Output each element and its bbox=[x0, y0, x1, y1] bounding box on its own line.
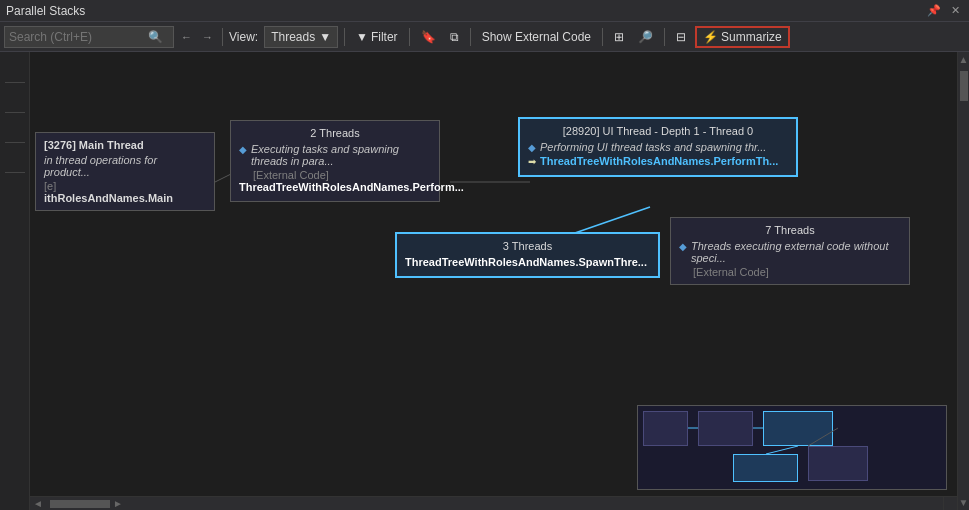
icon-btn-3[interactable]: ⊟ bbox=[671, 26, 691, 48]
view-value: Threads bbox=[271, 30, 315, 44]
right-scrollbar[interactable]: ▲ ▼ bbox=[957, 52, 969, 510]
two-threads-entry-3: ThreadTreeWithRolesAndNames.Perform... bbox=[239, 181, 431, 193]
search-icon[interactable]: 🔍 bbox=[145, 30, 166, 44]
arrow-icon: ➡ bbox=[528, 156, 536, 167]
ui-thread-entry-1: ◆ Performing UI thread tasks and spawnin… bbox=[528, 141, 788, 153]
separator-6 bbox=[664, 28, 665, 46]
main-thread-external: [e] bbox=[44, 180, 206, 192]
main-thread-node[interactable]: [3276] Main Thread in thread operations … bbox=[35, 132, 215, 211]
pin-button[interactable]: 📌 bbox=[924, 3, 944, 18]
seven-threads-text-1: Threads executing external code without … bbox=[691, 240, 901, 264]
show-external-code-button[interactable]: Show External Code bbox=[477, 26, 596, 48]
summarize-icon: ⚡ bbox=[703, 30, 718, 44]
chevron-down-icon: ▼ bbox=[319, 30, 331, 44]
main-thread-name: [3276] Main Thread bbox=[44, 139, 206, 151]
back-button[interactable]: ← bbox=[178, 30, 195, 44]
scroll-up-icon[interactable]: ▲ bbox=[957, 52, 969, 67]
mini-node-3threads bbox=[733, 454, 798, 482]
view-label: View: bbox=[229, 30, 258, 44]
ruler-line bbox=[5, 82, 25, 92]
separator-1 bbox=[222, 28, 223, 46]
three-threads-entry: ThreadTreeWithRolesAndNames.SpawnThre... bbox=[405, 256, 650, 268]
title-bar-right: 📌 ✕ bbox=[924, 3, 963, 18]
ui-thread-title: [28920] UI Thread - Depth 1 - Thread 0 bbox=[528, 125, 788, 137]
separator-5 bbox=[602, 28, 603, 46]
summarize-button[interactable]: ⚡ Summarize bbox=[695, 26, 790, 48]
three-threads-node[interactable]: 3 Threads ThreadTreeWithRolesAndNames.Sp… bbox=[395, 232, 660, 278]
close-button[interactable]: ✕ bbox=[948, 3, 963, 18]
diamond-icon-2: ◆ bbox=[528, 142, 536, 153]
two-threads-entry-1: ◆ Executing tasks and spawning threads i… bbox=[239, 143, 431, 167]
title-bar: Parallel Stacks 📌 ✕ bbox=[0, 0, 969, 22]
diamond-icon-1: ◆ bbox=[239, 144, 247, 155]
filter-label: Filter bbox=[371, 30, 398, 44]
search-input[interactable] bbox=[5, 30, 145, 44]
bottom-scrollbar[interactable]: ◄ ► bbox=[30, 496, 957, 510]
separator-4 bbox=[470, 28, 471, 46]
ui-thread-entry-2: ➡ ThreadTreeWithRolesAndNames.PerformTh.… bbox=[528, 155, 788, 167]
separator-2 bbox=[344, 28, 345, 46]
scroll-down-icon[interactable]: ▼ bbox=[957, 495, 969, 510]
window-title: Parallel Stacks bbox=[6, 4, 85, 18]
seven-threads-entry-1: ◆ Threads executing external code withou… bbox=[679, 240, 901, 264]
three-threads-method: ThreadTreeWithRolesAndNames.SpawnThre... bbox=[405, 256, 647, 268]
seven-threads-external: [External Code] bbox=[693, 266, 901, 278]
two-threads-method: ThreadTreeWithRolesAndNames.Perform... bbox=[239, 181, 464, 193]
ui-thread-text-1: Performing UI thread tasks and spawning … bbox=[540, 141, 766, 153]
left-ruler bbox=[0, 52, 30, 510]
three-threads-count: 3 Threads bbox=[405, 240, 650, 252]
view-dropdown[interactable]: Threads ▼ bbox=[264, 26, 338, 48]
main-thread-sub: in thread operations for product... bbox=[44, 154, 206, 178]
mini-node-ui bbox=[763, 411, 833, 446]
seven-threads-count: 7 Threads bbox=[679, 224, 901, 236]
seven-threads-node[interactable]: 7 Threads ◆ Threads executing external c… bbox=[670, 217, 910, 285]
main-thread-method: ithRolesAndNames.Main bbox=[44, 192, 206, 204]
ruler-marks bbox=[0, 82, 29, 182]
show-external-code-label: Show External Code bbox=[482, 30, 591, 44]
filter-icon: ▼ bbox=[356, 30, 368, 44]
icon-btn-1[interactable]: ⊞ bbox=[609, 26, 629, 48]
main-area: [3276] Main Thread in thread operations … bbox=[0, 52, 969, 510]
two-threads-count: 2 Threads bbox=[239, 127, 431, 139]
two-threads-external: [External Code] bbox=[253, 169, 431, 181]
mini-preview[interactable] bbox=[637, 405, 947, 490]
ruler-line-3 bbox=[5, 142, 25, 152]
svg-line-6 bbox=[766, 446, 798, 454]
mini-node-main bbox=[643, 411, 688, 446]
forward-button[interactable]: → bbox=[199, 30, 216, 44]
filter-button[interactable]: ▼ Filter bbox=[351, 26, 403, 48]
scroll-corner bbox=[943, 496, 957, 510]
two-threads-text-1: Executing tasks and spawning threads in … bbox=[251, 143, 431, 167]
diamond-icon-3: ◆ bbox=[679, 241, 687, 252]
scroll-right-icon[interactable]: ► bbox=[110, 498, 126, 509]
summarize-label: Summarize bbox=[721, 30, 782, 44]
separator-3 bbox=[409, 28, 410, 46]
mini-preview-inner bbox=[638, 406, 946, 489]
mini-node-7threads bbox=[808, 446, 868, 481]
scroll-left-icon[interactable]: ◄ bbox=[30, 498, 46, 509]
ui-thread-node[interactable]: [28920] UI Thread - Depth 1 - Thread 0 ◆… bbox=[518, 117, 798, 177]
two-threads-node[interactable]: 2 Threads ◆ Executing tasks and spawning… bbox=[230, 120, 440, 202]
ui-thread-method: ThreadTreeWithRolesAndNames.PerformTh... bbox=[540, 155, 778, 167]
scroll-thumb-horizontal[interactable] bbox=[50, 500, 110, 508]
mini-node-2threads bbox=[698, 411, 753, 446]
canvas: [3276] Main Thread in thread operations … bbox=[30, 52, 957, 510]
scroll-thumb-vertical[interactable] bbox=[960, 71, 968, 101]
bookmark-icon-btn[interactable]: 🔖 bbox=[416, 26, 441, 48]
ruler-line-4 bbox=[5, 172, 25, 182]
icon-btn-2[interactable]: 🔎 bbox=[633, 26, 658, 48]
search-box[interactable]: 🔍 bbox=[4, 26, 174, 48]
title-bar-left: Parallel Stacks bbox=[6, 4, 85, 18]
copy-icon-btn[interactable]: ⧉ bbox=[445, 26, 464, 48]
toolbar: 🔍 ← → View: Threads ▼ ▼ Filter 🔖 ⧉ Show … bbox=[0, 22, 969, 52]
ruler-line-2 bbox=[5, 112, 25, 122]
